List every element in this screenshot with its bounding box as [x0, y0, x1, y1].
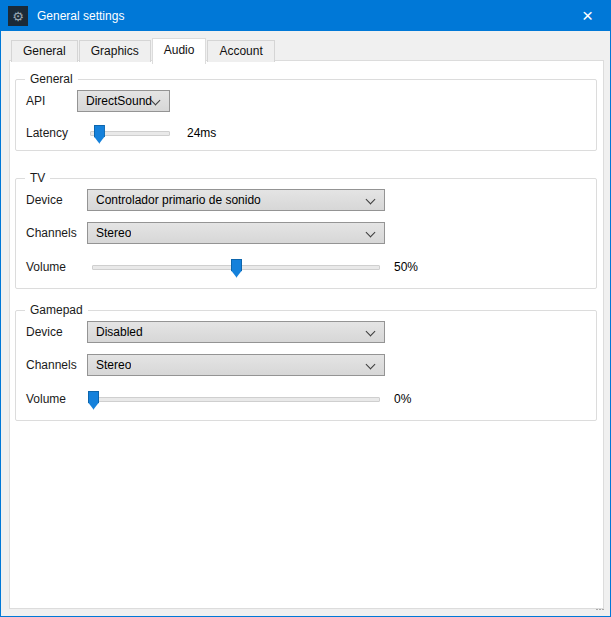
- window-title: General settings: [37, 9, 124, 23]
- gamepad-volume-label: Volume: [26, 392, 87, 406]
- tv-volume-row: Volume 50%: [26, 256, 418, 278]
- title-bar: ⚙ General settings ×: [1, 1, 610, 31]
- tv-device-label: Device: [26, 193, 87, 207]
- latency-slider-track[interactable]: [90, 131, 170, 136]
- latency-label: Latency: [26, 126, 77, 140]
- tab-account[interactable]: Account: [207, 40, 274, 62]
- tv-device-row: Device Controlador primario de sonido: [26, 189, 385, 211]
- chevron-down-icon: [366, 327, 376, 337]
- tv-channels-dropdown-value: Stereo: [96, 226, 131, 240]
- api-dropdown-value: DirectSound: [86, 94, 152, 108]
- group-general: General API DirectSound Latency 24ms: [15, 79, 597, 151]
- gamepad-device-label: Device: [26, 325, 87, 339]
- tv-channels-dropdown[interactable]: Stereo: [87, 222, 385, 244]
- tv-volume-slider-track[interactable]: [92, 265, 380, 270]
- tv-channels-row: Channels Stereo: [26, 222, 385, 244]
- api-label: API: [26, 94, 77, 108]
- latency-row: Latency 24ms: [26, 122, 216, 144]
- tv-device-dropdown[interactable]: Controlador primario de sonido: [87, 189, 385, 211]
- tv-volume-value: 50%: [394, 260, 418, 274]
- gear-icon: ⚙: [8, 6, 28, 26]
- latency-value: 24ms: [187, 126, 216, 140]
- tv-volume-slider-thumb[interactable]: [231, 259, 242, 278]
- group-tv: TV Device Controlador primario de sonido…: [15, 178, 597, 289]
- gamepad-volume-slider-track[interactable]: [92, 397, 380, 402]
- gamepad-channels-row: Channels Stereo: [26, 354, 385, 376]
- close-button[interactable]: ×: [565, 1, 610, 31]
- tab-graphics[interactable]: Graphics: [79, 40, 151, 62]
- latency-slider-thumb[interactable]: [94, 125, 105, 144]
- gamepad-volume-slider-thumb[interactable]: [88, 391, 99, 410]
- gamepad-device-dropdown-value: Disabled: [96, 325, 143, 339]
- settings-window: ⚙ General settings × General Graphics Au…: [0, 0, 611, 617]
- chevron-down-icon: [366, 360, 376, 370]
- tab-strip: General Graphics Audio Account: [11, 38, 276, 62]
- group-gamepad-title: Gamepad: [25, 303, 88, 317]
- gamepad-device-row: Device Disabled: [26, 321, 385, 343]
- tv-device-dropdown-value: Controlador primario de sonido: [96, 193, 261, 207]
- group-tv-title: TV: [25, 171, 50, 185]
- gamepad-channels-dropdown[interactable]: Stereo: [87, 354, 385, 376]
- api-dropdown[interactable]: DirectSound: [77, 90, 170, 112]
- tv-channels-label: Channels: [26, 226, 87, 240]
- chevron-down-icon: [366, 228, 376, 238]
- gamepad-channels-dropdown-value: Stereo: [96, 358, 131, 372]
- tv-volume-label: Volume: [26, 260, 87, 274]
- api-row: API DirectSound: [26, 90, 170, 112]
- group-gamepad: Gamepad Device Disabled Channels Stereo …: [15, 310, 597, 421]
- gamepad-device-dropdown[interactable]: Disabled: [87, 321, 385, 343]
- gamepad-channels-label: Channels: [26, 358, 87, 372]
- gamepad-volume-row: Volume 0%: [26, 388, 411, 410]
- tab-general[interactable]: General: [11, 40, 78, 62]
- group-general-title: General: [25, 72, 78, 86]
- tab-audio[interactable]: Audio: [152, 38, 207, 64]
- gamepad-volume-value: 0%: [394, 392, 411, 406]
- chevron-down-icon: [366, 195, 376, 205]
